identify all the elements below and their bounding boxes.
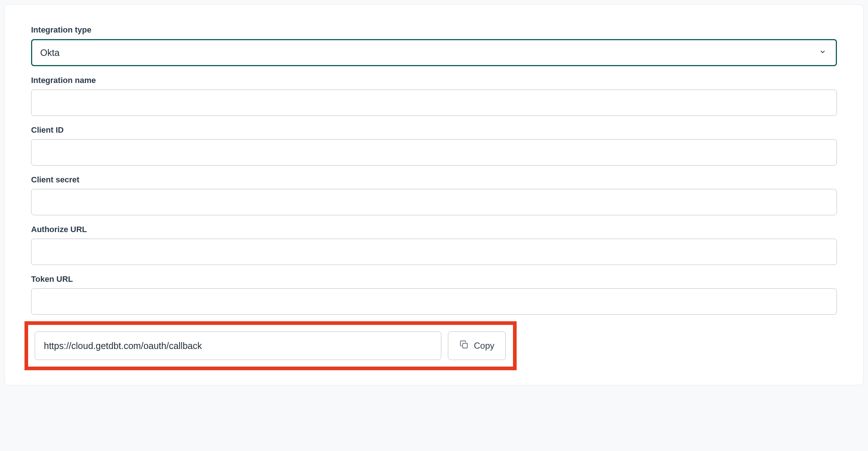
integration-form-card: Integration type Okta Integration name C… — [4, 4, 864, 385]
redirect-uri-group: https://cloud.getdbt.com/oauth/callback … — [31, 324, 837, 370]
client-id-input[interactable] — [31, 139, 837, 166]
integration-name-group: Integration name — [31, 76, 837, 116]
authorize-url-group: Authorize URL — [31, 225, 837, 265]
client-secret-input[interactable] — [31, 189, 837, 215]
client-id-group: Client ID — [31, 125, 837, 166]
integration-type-select-wrap: Okta — [31, 39, 837, 66]
redirect-uri-value: https://cloud.getdbt.com/oauth/callback — [44, 341, 202, 351]
integration-type-label: Integration type — [31, 25, 837, 35]
integration-type-group: Integration type Okta — [31, 25, 837, 66]
svg-rect-0 — [463, 343, 467, 348]
copy-icon — [459, 340, 469, 352]
redirect-uri-highlight: https://cloud.getdbt.com/oauth/callback … — [24, 321, 517, 370]
integration-name-input[interactable] — [31, 90, 837, 116]
token-url-input[interactable] — [31, 288, 837, 315]
client-secret-group: Client secret — [31, 175, 837, 215]
authorize-url-input[interactable] — [31, 239, 837, 265]
copy-button-label: Copy — [474, 341, 494, 351]
token-url-label: Token URL — [31, 274, 837, 284]
authorize-url-label: Authorize URL — [31, 225, 837, 234]
integration-type-select[interactable]: Okta — [31, 39, 837, 66]
client-secret-label: Client secret — [31, 175, 837, 185]
integration-name-label: Integration name — [31, 76, 837, 85]
redirect-uri-input[interactable]: https://cloud.getdbt.com/oauth/callback — [35, 331, 441, 360]
client-id-label: Client ID — [31, 125, 837, 135]
copy-button[interactable]: Copy — [448, 331, 506, 360]
token-url-group: Token URL — [31, 274, 837, 315]
